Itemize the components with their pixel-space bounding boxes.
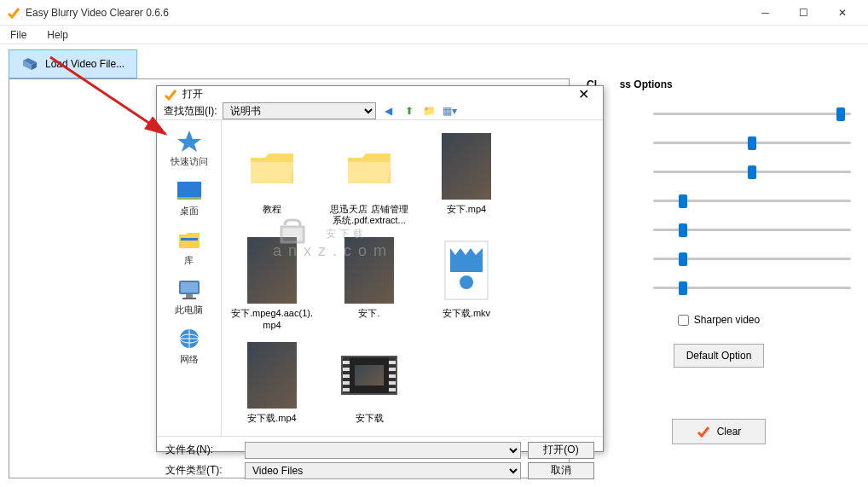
dialog-titlebar: 打开 ✕ [157, 86, 603, 102]
library-icon [176, 228, 203, 252]
filetype-label: 文件类型(T): [165, 463, 238, 478]
slider-6[interactable] [653, 258, 851, 260]
file-item[interactable]: 安下.mpeg4.aac(1).mp4 [225, 233, 319, 333]
film-thumbnail [341, 356, 397, 395]
dialog-icon [164, 88, 177, 101]
new-folder-icon[interactable]: 📁 [422, 103, 437, 119]
slider-3[interactable] [653, 171, 851, 173]
file-list[interactable]: 教程 思迅天店 店铺管理系统.pdf.extract... 安下.mp4 安下.… [221, 120, 603, 436]
slider-5[interactable] [653, 229, 851, 231]
back-icon[interactable]: ◀ [381, 103, 396, 119]
minimize-button[interactable]: ─ [746, 1, 784, 25]
slider-1[interactable] [653, 113, 851, 115]
close-button[interactable]: ✕ [823, 1, 861, 25]
video-thumbnail [442, 133, 491, 200]
file-item[interactable]: 安下. [322, 233, 416, 333]
svg-rect-5 [186, 294, 193, 298]
folder-icon [246, 145, 298, 188]
svg-rect-1 [177, 197, 201, 200]
cancel-button[interactable]: 取消 [528, 462, 594, 479]
view-mode-icon[interactable]: ▦▾ [443, 103, 458, 119]
mkv-icon [442, 240, 491, 301]
video-thumbnail [344, 237, 394, 304]
lookin-dropdown[interactable]: 说明书 [223, 102, 376, 119]
video-thumbnail [247, 342, 297, 409]
slider-2[interactable] [653, 142, 851, 144]
options-panel: Cl ss Options s n Sharpen video Default … [578, 78, 859, 478]
video-thumbnail [247, 237, 297, 304]
sharpen-checkbox[interactable] [678, 315, 689, 326]
filename-input[interactable] [245, 442, 521, 459]
menu-file[interactable]: File [5, 27, 32, 43]
star-icon [176, 129, 203, 153]
folder-icon [344, 145, 395, 188]
titlebar: Easy Blurry Video Clearer 0.6.6 ─ ☐ ✕ [0, 0, 868, 26]
pc-icon [176, 277, 203, 301]
places-bar: 快速访问 桌面 库 此电脑 网络 [157, 120, 221, 436]
options-heading: Cl ss Options [587, 78, 851, 90]
file-item[interactable]: 安下载 [322, 338, 416, 427]
app-icon [7, 6, 20, 20]
sharpen-checkbox-label[interactable]: Sharpen video [678, 314, 760, 326]
svg-point-11 [460, 275, 473, 289]
maximize-button[interactable]: ☐ [784, 1, 823, 25]
svg-rect-6 [182, 298, 196, 299]
svg-rect-0 [177, 182, 201, 197]
lookin-label: 查找范围(I): [164, 104, 217, 119]
place-desktop[interactable]: 桌面 [176, 178, 203, 217]
place-network[interactable]: 网络 [176, 327, 203, 366]
load-video-button[interactable]: Load Video File... [9, 49, 137, 78]
network-icon [176, 327, 203, 351]
svg-rect-4 [181, 282, 198, 293]
file-item[interactable]: 教程 [225, 129, 319, 229]
check-icon [697, 425, 710, 438]
filetype-dropdown[interactable]: Video Files [245, 462, 521, 479]
desktop-icon [176, 178, 203, 202]
open-button[interactable]: 打开(O) [528, 442, 594, 459]
menubar: File Help [0, 26, 868, 44]
dialog-close-button[interactable]: ✕ [570, 86, 596, 102]
menu-help[interactable]: Help [42, 27, 73, 43]
place-libraries[interactable]: 库 [176, 228, 203, 267]
svg-rect-2 [181, 238, 198, 241]
place-this-pc[interactable]: 此电脑 [175, 277, 203, 316]
default-option-button[interactable]: Default Option [674, 344, 765, 368]
folder-video-icon [21, 55, 38, 72]
place-quick-access[interactable]: 快速访问 [171, 129, 208, 168]
app-title: Easy Blurry Video Clearer 0.6.6 [26, 7, 746, 19]
dialog-title: 打开 [182, 87, 570, 101]
file-open-dialog: 打开 ✕ 查找范围(I): 说明书 ◀ ⬆ 📁 ▦▾ 快速访问 桌面 库 [156, 85, 604, 452]
slider-7[interactable] [653, 287, 851, 289]
file-item[interactable]: 思迅天店 店铺管理系统.pdf.extract... [322, 129, 416, 229]
load-video-label: Load Video File... [45, 58, 124, 70]
file-item[interactable]: 安下载.mp4 [225, 338, 319, 427]
file-item[interactable]: 安下载.mkv [420, 233, 513, 333]
slider-4[interactable] [653, 200, 851, 202]
up-icon[interactable]: ⬆ [402, 103, 417, 119]
clear-button[interactable]: Clear [672, 419, 766, 444]
file-item[interactable]: 安下.mp4 [420, 129, 513, 229]
filename-label: 文件名(N): [165, 443, 238, 457]
